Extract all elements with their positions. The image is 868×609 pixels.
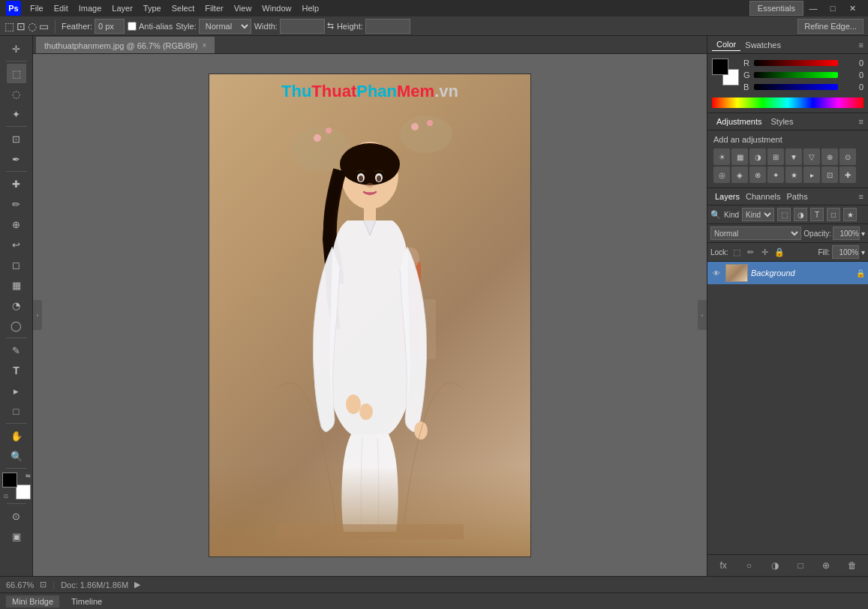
black-white-icon[interactable]: ⊙ bbox=[839, 148, 856, 165]
new-fill-button[interactable]: ◑ bbox=[767, 558, 782, 573]
opacity-input[interactable] bbox=[833, 226, 860, 240]
feather-input[interactable] bbox=[95, 19, 125, 34]
vibrance-icon[interactable]: ▼ bbox=[785, 148, 802, 165]
new-layer-button[interactable]: ⊕ bbox=[818, 558, 833, 573]
left-collapse-handle[interactable]: › bbox=[33, 300, 42, 330]
right-collapse-handle[interactable]: ‹ bbox=[698, 300, 707, 330]
layer-visibility-icon[interactable]: 👁 bbox=[710, 267, 722, 279]
type-layer-icon[interactable]: T bbox=[810, 208, 824, 221]
quick-select-tool[interactable]: ✦ bbox=[7, 104, 26, 124]
zoom-tool[interactable]: 🔍 bbox=[7, 446, 26, 466]
clone-stamp-tool[interactable]: ⊕ bbox=[7, 214, 26, 234]
dodge-tool[interactable]: ◯ bbox=[7, 316, 26, 335]
adjustments-panel-menu-icon[interactable]: ≡ bbox=[859, 117, 863, 126]
menu-help[interactable]: Help bbox=[297, 2, 323, 14]
fill-chevron-icon[interactable]: ▾ bbox=[861, 248, 865, 256]
mini-bridge-tab[interactable]: Mini Bridge bbox=[6, 596, 59, 608]
pen-tool[interactable]: ✎ bbox=[7, 340, 26, 360]
type-tool[interactable]: T bbox=[7, 361, 26, 380]
screen-mode-tool[interactable]: ▣ bbox=[7, 526, 26, 546]
invert-icon[interactable]: ✦ bbox=[767, 166, 784, 183]
opacity-chevron-icon[interactable]: ▾ bbox=[861, 230, 865, 238]
color-lookup-icon[interactable]: ⊗ bbox=[749, 166, 766, 183]
shape-tool[interactable]: □ bbox=[7, 401, 26, 421]
marquee-circle-icon[interactable]: ◌ bbox=[28, 20, 37, 32]
tab-close-button[interactable]: × bbox=[202, 41, 206, 50]
document-tab[interactable]: thuthuatphanmem.jpg @ 66.7% (RGB/8#) × bbox=[36, 37, 215, 53]
path-select-tool[interactable]: ▸ bbox=[7, 381, 26, 400]
blend-mode-select[interactable]: Normal bbox=[710, 226, 801, 240]
photo-filter-icon[interactable]: ◎ bbox=[713, 166, 730, 183]
essentials-button[interactable]: Essentials bbox=[749, 1, 803, 16]
minimize-button[interactable]: — bbox=[803, 0, 823, 16]
canvas-scroll-area[interactable]: › ‹ ThuThuatPhanMem.vn bbox=[33, 54, 707, 576]
gradient-tool[interactable]: ▦ bbox=[7, 275, 26, 295]
threshold-icon[interactable]: ▸ bbox=[803, 166, 820, 183]
refine-edge-button[interactable]: Refine Edge... bbox=[797, 19, 863, 34]
menu-file[interactable]: File bbox=[26, 2, 48, 14]
menu-select[interactable]: Select bbox=[167, 2, 200, 14]
posterize-icon[interactable]: ★ bbox=[785, 166, 802, 183]
smart-object-icon[interactable]: ★ bbox=[843, 208, 857, 221]
selective-color-icon[interactable]: ✚ bbox=[839, 166, 856, 183]
new-group-button[interactable]: □ bbox=[793, 558, 808, 573]
color-panel-menu-icon[interactable]: ≡ bbox=[859, 40, 863, 50]
styles-tab[interactable]: Styles bbox=[767, 116, 798, 128]
menu-type[interactable]: Type bbox=[139, 2, 166, 14]
brightness-contrast-icon[interactable]: ☀ bbox=[713, 148, 730, 165]
doc-info-nav-icon[interactable]: ▶ bbox=[134, 580, 140, 590]
fx-button[interactable]: fx bbox=[716, 558, 731, 573]
fill-input[interactable] bbox=[832, 245, 859, 259]
swap-wh-icon[interactable]: ⇆ bbox=[327, 21, 334, 31]
history-brush-tool[interactable]: ↩ bbox=[7, 235, 26, 254]
color-tab[interactable]: Color bbox=[712, 38, 740, 51]
foreground-color-swatch[interactable] bbox=[2, 472, 17, 488]
g-slider[interactable] bbox=[754, 72, 838, 78]
hand-tool[interactable]: ✋ bbox=[7, 426, 26, 446]
eyedropper-tool[interactable]: ✒ bbox=[7, 149, 26, 169]
hue-saturation-icon[interactable]: ▽ bbox=[803, 148, 820, 165]
brush-tool[interactable]: ✏ bbox=[7, 194, 26, 214]
lock-position-icon[interactable]: ✛ bbox=[759, 246, 771, 258]
color-balance-icon[interactable]: ⊕ bbox=[821, 148, 838, 165]
lasso-tool[interactable]: ◌ bbox=[7, 84, 26, 104]
swatches-tab[interactable]: Swatches bbox=[740, 39, 785, 51]
b-slider[interactable] bbox=[754, 84, 838, 90]
r-slider[interactable] bbox=[754, 60, 838, 66]
marquee-row-icon[interactable]: ▭ bbox=[39, 20, 49, 32]
fg-bg-swatch-fg[interactable] bbox=[712, 58, 728, 75]
swap-colors-icon[interactable]: ⇆ bbox=[26, 472, 31, 479]
lock-transparent-icon[interactable]: ⬚ bbox=[731, 246, 743, 258]
healing-brush-tool[interactable]: ✚ bbox=[7, 174, 26, 194]
menu-filter[interactable]: Filter bbox=[200, 2, 227, 14]
background-color-swatch[interactable] bbox=[16, 484, 31, 500]
paths-tab[interactable]: Paths bbox=[784, 190, 811, 202]
blur-tool[interactable]: ◔ bbox=[7, 296, 26, 315]
pixel-layer-icon[interactable]: ⬚ bbox=[777, 208, 791, 221]
exposure-icon[interactable]: ⊞ bbox=[767, 148, 784, 165]
levels-icon[interactable]: ▦ bbox=[731, 148, 748, 165]
curves-icon[interactable]: ◑ bbox=[749, 148, 766, 165]
height-input[interactable] bbox=[365, 19, 410, 34]
marquee-tool[interactable]: ⬚ bbox=[7, 64, 26, 83]
layers-panel-menu-icon[interactable]: ≡ bbox=[859, 192, 863, 201]
move-tool[interactable]: ✛ bbox=[7, 39, 26, 58]
color-spectrum-bar[interactable] bbox=[712, 98, 863, 108]
channels-tab[interactable]: Channels bbox=[743, 190, 783, 202]
layer-item-background[interactable]: 👁 Background 🔒 bbox=[707, 262, 868, 284]
menu-window[interactable]: Window bbox=[257, 2, 296, 14]
lock-all-icon[interactable]: 🔒 bbox=[773, 246, 785, 258]
zoom-icon[interactable]: ⊡ bbox=[40, 580, 47, 590]
lock-image-icon[interactable]: ✏ bbox=[745, 246, 757, 258]
gradient-map-icon[interactable]: ⊡ bbox=[821, 166, 838, 183]
add-mask-button[interactable]: ○ bbox=[741, 558, 756, 573]
menu-view[interactable]: View bbox=[230, 2, 257, 14]
adjustments-tab[interactable]: Adjustments bbox=[712, 116, 767, 128]
timeline-tab[interactable]: Timeline bbox=[65, 596, 108, 608]
shape-layer-icon[interactable]: □ bbox=[827, 208, 840, 221]
layers-tab[interactable]: Layers bbox=[712, 190, 743, 202]
menu-layer[interactable]: Layer bbox=[107, 2, 137, 14]
antialias-checkbox[interactable] bbox=[128, 22, 137, 31]
quick-mask-tool[interactable]: ⊙ bbox=[7, 506, 26, 526]
marquee-rect-icon[interactable]: ⬚ bbox=[5, 20, 14, 32]
